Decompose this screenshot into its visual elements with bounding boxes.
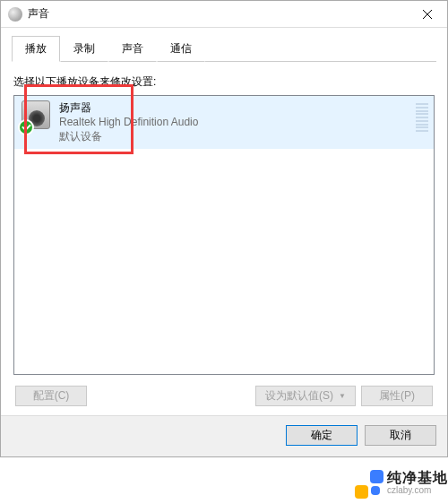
watermark-logo-icon (353, 468, 383, 499)
window-title: 声音 (28, 6, 49, 22)
level-meter-icon (416, 103, 428, 132)
watermark-text: 纯净基地 czlaby.com (387, 471, 448, 495)
tab-recording[interactable]: 录制 (60, 36, 108, 62)
device-item[interactable]: 扬声器 Realtek High Definition Audio 默认设备 (14, 96, 434, 149)
instruction-text: 选择以下播放设备来修改设置: (13, 74, 435, 90)
set-default-button[interactable]: 设为默认值(S) ▼ (255, 386, 356, 406)
device-status: 默认设备 (59, 129, 198, 143)
ok-button[interactable]: 确定 (286, 425, 358, 446)
device-name: 扬声器 (59, 100, 198, 115)
watermark-en: czlaby.com (387, 486, 448, 496)
app-icon (8, 7, 22, 22)
watermark: 纯净基地 czlaby.com (353, 468, 448, 499)
tab-strip: 播放 录制 声音 通信 (12, 35, 436, 62)
device-button-row: 配置(C) 设为默认值(S) ▼ 属性(P) (13, 386, 435, 406)
right-button-group: 设为默认值(S) ▼ 属性(P) (255, 386, 433, 406)
device-text: 扬声器 Realtek High Definition Audio 默认设备 (59, 100, 198, 144)
content-area: 播放 录制 声音 通信 选择以下播放设备来修改设置: 扬声器 Realte (1, 28, 447, 406)
device-list[interactable]: 扬声器 Realtek High Definition Audio 默认设备 (13, 95, 435, 375)
tab-communications[interactable]: 通信 (157, 36, 205, 62)
watermark-cn: 纯净基地 (387, 471, 448, 486)
sound-dialog: 声音 播放 录制 声音 通信 选择以下播放设备来修改设置: (0, 0, 448, 457)
titlebar: 声音 (1, 1, 447, 28)
set-default-label: 设为默认值(S) (265, 388, 333, 404)
tab-sounds[interactable]: 声音 (108, 36, 157, 62)
chevron-down-icon: ▼ (339, 392, 346, 400)
close-icon (423, 10, 432, 19)
tab-playback[interactable]: 播放 (12, 36, 60, 62)
tab-content: 选择以下播放设备来修改设置: 扬声器 Realtek High Definiti… (12, 62, 436, 406)
dialog-footer: 确定 取消 (1, 415, 447, 456)
configure-button[interactable]: 配置(C) (15, 386, 87, 406)
close-button[interactable] (407, 1, 447, 28)
default-check-icon (18, 119, 34, 135)
device-icon-wrap (22, 100, 54, 133)
properties-button[interactable]: 属性(P) (361, 386, 433, 406)
cancel-button[interactable]: 取消 (365, 425, 436, 446)
device-description: Realtek High Definition Audio (59, 115, 198, 129)
